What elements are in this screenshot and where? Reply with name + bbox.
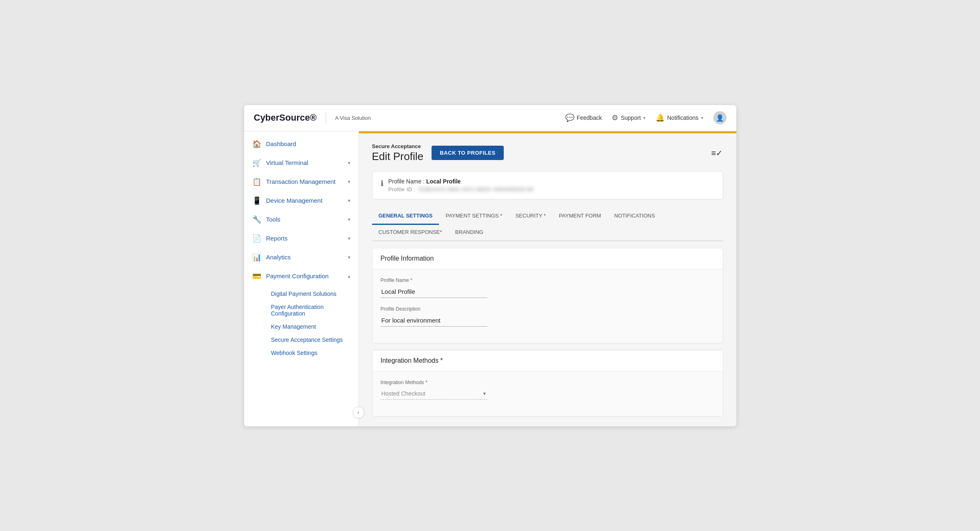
- sidebar-label-transaction-management: Transaction Management: [266, 178, 343, 185]
- sidebar-submenu-payment-configuration: Digital Payment Solutions Payer Authenti…: [244, 286, 359, 361]
- page-title-block: Secure Acceptance Edit Profile: [372, 143, 424, 163]
- collapse-icon: ‹: [357, 409, 359, 415]
- tab-notifications[interactable]: NOTIFICATIONS: [608, 208, 661, 225]
- profile-id-value: 7EBBA919-3884-45F2-BBDF-99800B8EB79E: [417, 186, 534, 192]
- checklist-icon[interactable]: ≡✓: [711, 148, 723, 158]
- sidebar-sub-item-webhook-settings[interactable]: Webhook Settings: [266, 346, 359, 359]
- support-button[interactable]: ⚙ Support ▾: [612, 113, 646, 122]
- virtual-terminal-icon: 🛒: [252, 158, 261, 167]
- integration-methods-body: Integration Methods * Hosted Checkout ▾: [372, 371, 723, 416]
- user-icon: 👤: [716, 114, 724, 122]
- tab-general-settings[interactable]: GENERAL SETTINGS: [372, 208, 439, 225]
- profile-info-text: Profile Name : Local Profile Profile ID …: [388, 178, 534, 192]
- sidebar-sub-item-secure-acceptance[interactable]: Secure Acceptance Settings: [266, 333, 359, 346]
- sidebar-label-dashboard: Dashboard: [266, 140, 350, 147]
- chevron-down-icon: ▾: [348, 179, 350, 185]
- profile-name-line: Profile Name : Local Profile: [388, 178, 534, 185]
- profile-id-line: Profile ID : 7EBBA919-3884-45F2-BBDF-998…: [388, 186, 534, 192]
- integration-methods-select[interactable]: Hosted Checkout: [381, 388, 487, 400]
- tab-payment-settings[interactable]: PAYMENT SETTINGS *: [439, 208, 509, 225]
- info-icon: ℹ: [381, 179, 384, 188]
- sidebar-item-virtual-terminal[interactable]: 🛒 Virtual Terminal ▾: [244, 153, 359, 172]
- sidebar-item-transaction-management[interactable]: 📋 Transaction Management ▾: [244, 172, 359, 191]
- page-header: Secure Acceptance Edit Profile BACK TO P…: [372, 143, 723, 163]
- content-inner: Secure Acceptance Edit Profile BACK TO P…: [359, 133, 736, 426]
- profile-name-input[interactable]: [381, 286, 487, 298]
- sidebar-label-virtual-terminal: Virtual Terminal: [266, 159, 343, 166]
- profile-tabs: GENERAL SETTINGS PAYMENT SETTINGS * SECU…: [372, 208, 723, 241]
- chevron-down-icon: ▾: [348, 198, 350, 204]
- tab-customer-response[interactable]: CUSTOMER RESPONSE*: [372, 224, 449, 241]
- dashboard-icon: 🏠: [252, 140, 261, 149]
- sidebar-sub-item-digital-payment[interactable]: Digital Payment Solutions: [266, 287, 359, 300]
- profile-name-field: Profile Name *: [381, 277, 715, 298]
- integration-methods-header: Integration Methods *: [372, 350, 723, 371]
- integration-methods-field: Integration Methods * Hosted Checkout ▾: [381, 380, 715, 400]
- logo-text: CyberSource®: [254, 112, 317, 123]
- integration-methods-select-wrapper: Hosted Checkout ▾: [381, 388, 487, 400]
- logo-divider: [326, 112, 326, 124]
- sidebar-item-tools[interactable]: 🔧 Tools ▾: [244, 210, 359, 229]
- profile-information-body: Profile Name * Profile Description: [372, 269, 723, 343]
- tab-branding[interactable]: BRANDING: [449, 224, 490, 241]
- reports-icon: 📄: [252, 234, 261, 243]
- app-container: CyberSource® A Visa Solution 💬 Feedback …: [244, 105, 736, 426]
- sidebar-item-payment-configuration[interactable]: 💳 Payment Configuration ▴: [244, 267, 359, 286]
- sidebar-item-dashboard[interactable]: 🏠 Dashboard: [244, 135, 359, 153]
- chevron-down-icon: ▾: [348, 160, 350, 166]
- user-avatar[interactable]: 👤: [713, 111, 726, 124]
- integration-methods-label: Integration Methods *: [381, 380, 715, 385]
- content-area: Secure Acceptance Edit Profile BACK TO P…: [359, 131, 736, 426]
- profile-information-card: Profile Information Profile Name * Profi…: [372, 248, 723, 343]
- sidebar-item-device-management[interactable]: 📱 Device Management ▾: [244, 191, 359, 210]
- sidebar-label-tools: Tools: [266, 216, 343, 223]
- sidebar-sub-item-key-management[interactable]: Key Management: [266, 320, 359, 333]
- chevron-down-icon: ▾: [348, 236, 350, 241]
- sidebar-label-reports: Reports: [266, 235, 343, 242]
- profile-id-label: Profile ID :: [388, 186, 418, 192]
- support-label: Support: [621, 114, 641, 121]
- profile-name-value: Local Profile: [426, 178, 461, 185]
- profile-information-header: Profile Information: [372, 248, 723, 269]
- profile-description-field: Profile Description: [381, 306, 715, 327]
- back-to-profiles-button[interactable]: BACK TO PROFILES: [432, 146, 504, 160]
- sidebar-label-payment-configuration: Payment Configuration: [266, 272, 343, 279]
- chevron-down-icon: ▾: [348, 217, 350, 222]
- transaction-management-icon: 📋: [252, 177, 261, 186]
- feedback-button[interactable]: 💬 Feedback: [565, 113, 602, 122]
- header-logo: CyberSource® A Visa Solution: [254, 112, 371, 124]
- page-title: Edit Profile: [372, 150, 424, 163]
- sidebar-collapse-button[interactable]: ‹: [353, 407, 364, 418]
- sidebar-label-analytics: Analytics: [266, 254, 343, 261]
- tab-payment-form[interactable]: PAYMENT FORM: [553, 208, 608, 225]
- device-management-icon: 📱: [252, 196, 261, 205]
- page-breadcrumb: Secure Acceptance: [372, 143, 424, 149]
- tools-icon: 🔧: [252, 215, 261, 224]
- notifications-button[interactable]: 🔔 Notifications ▾: [656, 113, 703, 122]
- notifications-chevron-icon: ▾: [701, 115, 704, 121]
- sidebar-item-reports[interactable]: 📄 Reports ▾: [244, 229, 359, 248]
- chevron-down-icon: ▾: [348, 254, 350, 260]
- feedback-icon: 💬: [565, 113, 574, 122]
- chevron-up-icon: ▴: [348, 273, 350, 279]
- profile-description-field-label: Profile Description: [381, 306, 715, 312]
- payment-configuration-icon: 💳: [252, 272, 261, 281]
- tab-security[interactable]: SECURITY *: [509, 208, 552, 225]
- main-layout: 🏠 Dashboard 🛒 Virtual Terminal ▾ 📋 Trans…: [244, 131, 736, 426]
- profile-name-field-label: Profile Name *: [381, 277, 715, 283]
- profile-name-label: Profile Name :: [388, 178, 427, 185]
- sidebar: 🏠 Dashboard 🛒 Virtual Terminal ▾ 📋 Trans…: [244, 131, 359, 426]
- sidebar-sub-item-payer-auth[interactable]: Payer Authentication Configuration: [266, 300, 359, 320]
- analytics-icon: 📊: [252, 253, 261, 262]
- support-chevron-icon: ▾: [643, 115, 646, 121]
- profile-description-input[interactable]: [381, 314, 487, 327]
- notifications-icon: 🔔: [656, 113, 665, 122]
- header: CyberSource® A Visa Solution 💬 Feedback …: [244, 105, 736, 131]
- sidebar-label-device-management: Device Management: [266, 197, 343, 204]
- integration-methods-card: Integration Methods * Integration Method…: [372, 350, 723, 417]
- sidebar-item-analytics[interactable]: 📊 Analytics ▾: [244, 248, 359, 267]
- feedback-label: Feedback: [577, 114, 602, 121]
- logo-subtitle: A Visa Solution: [335, 115, 371, 121]
- header-actions: 💬 Feedback ⚙ Support ▾ 🔔 Notifications ▾…: [565, 111, 726, 124]
- profile-info-card: ℹ Profile Name : Local Profile Profile I…: [372, 171, 723, 199]
